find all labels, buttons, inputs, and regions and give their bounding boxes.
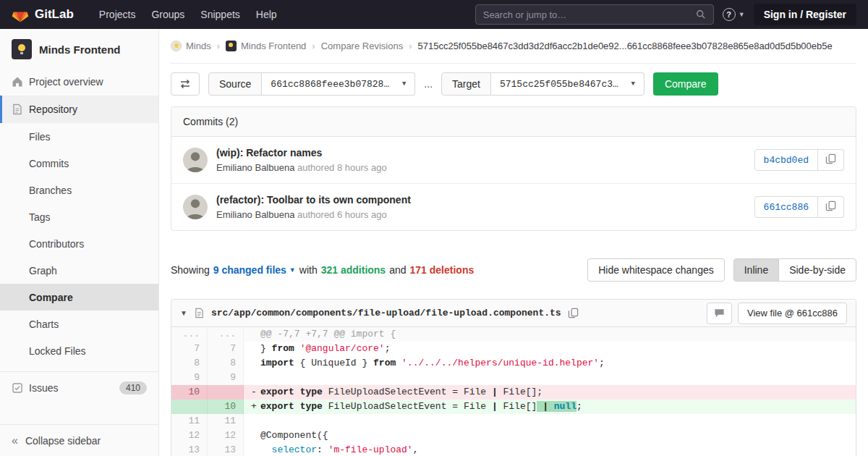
nav-item-projects[interactable]: Projects: [91, 0, 144, 29]
new-line-number[interactable]: 7: [208, 342, 244, 356]
sidebar-item-branches[interactable]: Branches: [0, 177, 158, 203]
group-avatar-icon: [171, 41, 182, 51]
sidebar-item-contributors[interactable]: Contributors: [0, 230, 158, 257]
new-line-number[interactable]: 9: [208, 371, 244, 385]
file-icon: [194, 308, 205, 318]
diff-line-ctx: 99: [171, 371, 856, 385]
commit-sha[interactable]: 661cc886: [754, 196, 818, 218]
code-segment: [294, 387, 300, 397]
changed-files-dropdown[interactable]: 9 changed files ▼: [213, 264, 296, 276]
sidebar-item-locked-files[interactable]: Locked Files: [0, 337, 158, 364]
inline-view-button[interactable]: Inline: [733, 258, 779, 282]
view-file-button[interactable]: View file @ 661cc886: [738, 303, 847, 324]
old-line-number[interactable]: 11: [171, 414, 208, 428]
diff-line-sign: [251, 443, 260, 456]
source-ref-value: 661cc8868feee3b07828…: [271, 79, 389, 90]
compare-button[interactable]: Compare: [653, 72, 718, 96]
project-header[interactable]: Minds Frontend: [0, 29, 158, 68]
sidebar-item-charts[interactable]: Charts: [0, 311, 158, 337]
home-icon: [12, 76, 23, 88]
target-ref-dropdown[interactable]: 5715cc25f055be8467c3… ▼: [491, 72, 644, 96]
sidebar-item-compare[interactable]: Compare: [0, 284, 158, 311]
sidebar-item-tags[interactable]: Tags: [0, 203, 158, 230]
commit-sha[interactable]: b4cbd0ed: [754, 149, 818, 171]
diff-line-sign: [251, 428, 260, 443]
target-ref-value: 5715cc25f055be8467c3…: [500, 79, 618, 90]
document-icon: [12, 104, 23, 115]
swap-revisions-button[interactable]: [171, 72, 200, 96]
file-path[interactable]: src/app/common/components/file-upload/fi…: [211, 308, 561, 318]
commit-author[interactable]: Emiliano Balbuena: [216, 162, 294, 173]
code-segment: :: [317, 444, 328, 455]
commit-author-avatar: [183, 148, 208, 172]
commit-item: (refactor): Toolbar to its own component…: [171, 183, 856, 230]
old-line-number[interactable]: 8: [171, 356, 208, 371]
breadcrumb-item-minds[interactable]: Minds: [171, 41, 211, 51]
nav-item-groups[interactable]: Groups: [143, 0, 192, 29]
nav-item-help[interactable]: Help: [248, 0, 285, 29]
new-line-number[interactable]: 11: [208, 414, 244, 428]
copy-sha-button[interactable]: [818, 196, 844, 218]
new-line-number[interactable]: ...: [208, 327, 244, 342]
source-ref-dropdown[interactable]: 661cc8868feee3b07828… ▼: [262, 72, 415, 96]
new-line-number[interactable]: [208, 385, 244, 400]
gitlab-logo[interactable]: GitLab: [12, 7, 74, 23]
sidebar-item-issues[interactable]: Issues410: [0, 374, 158, 402]
old-line-number[interactable]: 12: [171, 428, 208, 443]
commit-item: (wip): Refactor namesEmiliano Balbuena a…: [171, 137, 856, 183]
old-line-number[interactable]: 7: [171, 342, 208, 356]
old-line-number[interactable]: ...: [171, 327, 208, 342]
project-name: Minds Frontend: [39, 43, 121, 56]
compare-form: Source 661cc8868feee3b07828… ▼ ... Targe…: [171, 72, 856, 96]
breadcrumb-label: Minds Frontend: [241, 41, 306, 51]
new-line-number[interactable]: 12: [208, 428, 244, 443]
breadcrumb-item-minds-frontend[interactable]: Minds Frontend: [226, 41, 306, 51]
hide-whitespace-button[interactable]: Hide whitespace changes: [587, 258, 725, 282]
copy-icon: [825, 200, 836, 214]
copy-sha-button[interactable]: [818, 149, 844, 171]
commit-author[interactable]: Emiliano Balbuena: [216, 209, 294, 220]
sidebar-item-repository[interactable]: Repository: [0, 96, 158, 123]
new-line-number[interactable]: 10: [208, 400, 244, 414]
side-by-side-view-button[interactable]: Side-by-side: [778, 258, 856, 282]
code-segment: selector: [272, 444, 317, 455]
issues-count-badge: 410: [119, 381, 147, 394]
diff-line-code: } from '@angular/core';: [244, 342, 856, 356]
old-line-number[interactable]: [171, 400, 208, 414]
sidebar-item-label: Issues: [29, 382, 58, 394]
commit-title[interactable]: (wip): Refactor names: [216, 147, 754, 159]
collapse-icon: «: [12, 435, 18, 447]
sidebar-item-commits[interactable]: Commits: [0, 150, 158, 177]
comment-icon: [714, 308, 725, 318]
sidebar-nav: Project overviewRepositoryFilesCommitsBr…: [0, 68, 158, 402]
breadcrumb-label: Compare Revisions: [321, 41, 403, 51]
additions-count: 321 additions: [321, 264, 386, 276]
nav-item-snippets[interactable]: Snippets: [192, 0, 247, 29]
new-line-number[interactable]: 13: [208, 443, 244, 456]
code-segment: from: [272, 343, 294, 354]
collapse-file-caret-icon[interactable]: ▼: [180, 309, 187, 317]
sidebar-item-project-overview[interactable]: Project overview: [0, 68, 158, 96]
breadcrumb-item-compare-revisions[interactable]: Compare Revisions: [321, 41, 403, 51]
collapse-sidebar-button[interactable]: « Collapse sidebar: [0, 424, 158, 456]
sidebar-item-label: Repository: [29, 104, 77, 115]
old-line-number[interactable]: 9: [171, 371, 208, 385]
help-menu[interactable]: ? ▼: [723, 8, 745, 21]
old-line-number[interactable]: 10: [171, 385, 208, 400]
old-line-number[interactable]: 13: [171, 443, 208, 456]
search-icon: [696, 9, 706, 20]
diff-header-actions: View file @ 661cc886: [707, 303, 847, 324]
copy-path-icon[interactable]: [568, 308, 579, 318]
code-segment: ;: [385, 343, 391, 354]
sign-in-button[interactable]: Sign in / Register: [754, 4, 856, 25]
toggle-comments-button[interactable]: [707, 303, 732, 324]
sidebar-item-graph[interactable]: Graph: [0, 257, 158, 284]
search-input[interactable]: Search or jump to…: [475, 4, 714, 25]
new-line-number[interactable]: 8: [208, 356, 244, 371]
sidebar-item-files[interactable]: Files: [0, 123, 158, 150]
chevron-down-icon: ▼: [402, 80, 406, 88]
code-segment: |: [492, 401, 498, 412]
commit-title[interactable]: (refactor): Toolbar to its own component: [216, 194, 754, 206]
diff-line-code: [244, 371, 856, 385]
and-text: and: [389, 264, 406, 276]
